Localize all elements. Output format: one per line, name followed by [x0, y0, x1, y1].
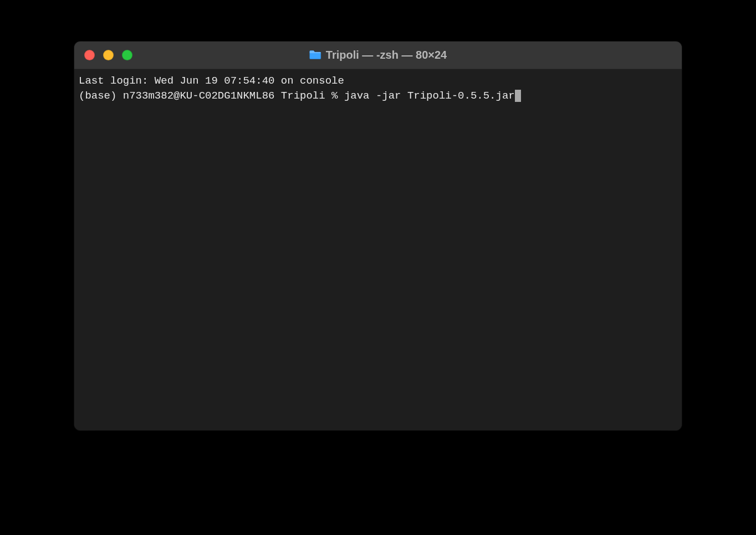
close-button[interactable] — [84, 50, 95, 60]
last-login-line: Last login: Wed Jun 19 07:54:40 on conso… — [79, 74, 677, 89]
title-content: Tripoli — -zsh — 80×24 — [309, 49, 447, 61]
terminal-window: Tripoli — -zsh — 80×24 Last login: Wed J… — [74, 42, 682, 430]
maximize-button[interactable] — [122, 50, 132, 60]
traffic-lights — [84, 50, 132, 60]
terminal-body[interactable]: Last login: Wed Jun 19 07:54:40 on conso… — [74, 69, 682, 430]
prompt-text: (base) n733m382@KU-C02DG1NKML86 Tripoli … — [79, 89, 515, 104]
minimize-button[interactable] — [103, 50, 114, 60]
cursor — [515, 90, 521, 102]
folder-icon — [309, 50, 321, 60]
title-bar[interactable]: Tripoli — -zsh — 80×24 — [74, 42, 682, 69]
window-title: Tripoli — -zsh — 80×24 — [326, 49, 447, 61]
prompt-line: (base) n733m382@KU-C02DG1NKML86 Tripoli … — [79, 89, 677, 104]
